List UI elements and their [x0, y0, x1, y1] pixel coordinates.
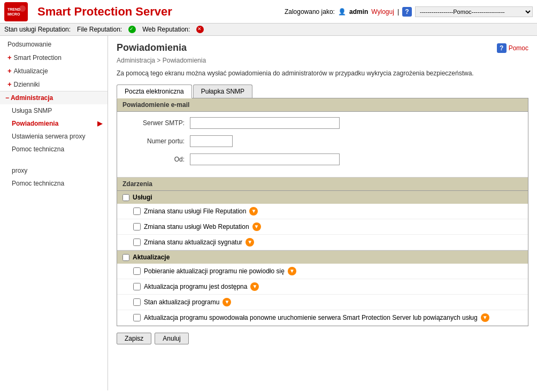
sidebar-section-administracja[interactable]: − Administracja [0, 91, 108, 104]
sidebar-item-label: Smart Protection [14, 54, 62, 62]
sidebar-item-label: Dzienniki [14, 81, 40, 88]
sidebar-item-proxy[interactable]: proxy [0, 164, 108, 177]
event4-info-icon[interactable]: ▼ [288, 267, 296, 275]
sidebar-item-dzienniki[interactable]: + Dzienniki [0, 78, 108, 91]
event7-info-icon[interactable]: ▼ [481, 313, 489, 322]
event4-checkbox[interactable] [133, 267, 141, 275]
aktualizacje-label: Aktualizacje [133, 253, 170, 261]
buttons-row: Zapisz Anuluj [117, 333, 528, 344]
aktualizacje-group-checkbox[interactable] [122, 254, 129, 261]
from-input[interactable] [190, 153, 340, 165]
logout-link[interactable]: Wyloguj [371, 8, 394, 16]
email-section-header: Powiadomienie e-mail [117, 98, 528, 112]
uslugi-label: Usługi [133, 194, 152, 201]
web-rep-label: Web Reputation: [142, 26, 190, 33]
from-row: Od: [126, 153, 519, 165]
logo: TREND MICRO [4, 2, 28, 21]
svg-text:TREND: TREND [7, 7, 20, 11]
page-title-bar: Powiadomienia ? Pomoc [117, 42, 528, 53]
user-icon: 👤 [338, 8, 346, 16]
event2-info-icon[interactable]: ▼ [252, 222, 261, 231]
save-button[interactable]: Zapisz [117, 333, 151, 344]
app-title: Smart Protection Server [37, 5, 172, 19]
sidebar-item-label: Aktualizacje [14, 67, 48, 75]
port-input[interactable] [190, 135, 233, 147]
from-label: Od: [126, 156, 190, 163]
event4-label: Pobieranie aktualizacji programu nie pow… [144, 267, 285, 275]
header: TREND MICRO Smart Protection Server Zalo… [0, 0, 537, 24]
cancel-button[interactable]: Anuluj [155, 333, 188, 344]
event2-row: Zmiana stanu usługi Web Reputation ▼ [117, 219, 528, 235]
plus-icon: + [7, 80, 12, 88]
uslugi-group-checkbox[interactable] [122, 194, 129, 201]
smtp-input[interactable] [190, 117, 340, 129]
event7-label: Aktualizacja programu spowodowała ponown… [144, 314, 478, 321]
sidebar-item-ustawienia-serwera-proxy[interactable]: Ustawienia serwera proxy [0, 130, 108, 143]
event7-row: Aktualizacja programu spowodowała ponown… [117, 310, 528, 326]
event2-checkbox[interactable] [133, 223, 141, 230]
event7-checkbox[interactable] [133, 314, 141, 321]
sidebar-item-usluga-snmp[interactable]: Usługa SNMP [0, 104, 108, 117]
help-q-icon: ? [497, 43, 507, 53]
minus-icon: − [5, 94, 9, 102]
breadcrumb: Administracja > Powiadomienia [117, 57, 528, 64]
sidebar-item-pomoc-techniczna-2[interactable]: Pomoc techniczna [0, 177, 108, 190]
web-rep-status-icon [196, 26, 204, 33]
uslugi-group-header: Usługi [117, 191, 528, 204]
sidebar-section-label: Administracja [11, 94, 53, 102]
status-label: Stan usługi Reputation: [4, 26, 71, 33]
plus-icon: + [7, 53, 12, 62]
help-icon[interactable]: ? [402, 7, 412, 17]
header-right: Zalogowano jako: 👤 admin Wyloguj | ? ---… [285, 6, 533, 17]
form-container: Powiadomienie e-mail Serwer SMTP: Numer … [117, 98, 528, 326]
sidebar-item-pomoc-techniczna-1[interactable]: Pomoc techniczna [0, 143, 108, 156]
tab-email[interactable]: Poczta elektroniczna [117, 84, 192, 98]
svg-point-3 [19, 5, 26, 12]
sidebar-divider [0, 156, 108, 160]
event1-row: Zmiana stanu usługi File Reputation ▼ [117, 204, 528, 219]
sidebar-item-label: Podsumowanie [7, 41, 51, 48]
event4-row: Pobieranie aktualizacji programu nie pow… [117, 264, 528, 279]
sidebar-item-aktualizacje[interactable]: + Aktualizacje [0, 64, 108, 78]
event5-row: Aktualizacja programu jest dostępna ▼ [117, 279, 528, 295]
sidebar-subitem-label: Ustawienia serwera proxy [12, 133, 85, 140]
sidebar-item-powiadomienia[interactable]: Powiadomienia ▶ [0, 117, 108, 130]
page-title: Powiadomienia [117, 42, 187, 53]
tab-snmp[interactable]: Pułapka SNMP [193, 84, 252, 98]
event5-checkbox[interactable] [133, 283, 141, 290]
form-body: Serwer SMTP: Numer portu: Od: [117, 112, 528, 177]
event1-checkbox[interactable] [133, 207, 141, 215]
event5-info-icon[interactable]: ▼ [250, 282, 259, 291]
event3-checkbox[interactable] [133, 239, 141, 246]
event6-checkbox[interactable] [133, 298, 141, 306]
help-link[interactable]: ? Pomoc [497, 43, 528, 53]
event1-label: Zmiana stanu usługi File Reputation [144, 207, 246, 215]
help-link-label: Pomoc [509, 44, 528, 52]
aktualizacje-group-header: Aktualizacje [117, 250, 528, 264]
separator: | [397, 8, 399, 16]
events-section-header: Zdarzenia [117, 178, 528, 191]
event1-info-icon[interactable]: ▼ [249, 207, 258, 216]
sidebar-bottom: proxy Pomoc techniczna [0, 164, 108, 190]
sidebar-subitem-label: Powiadomienia [12, 120, 58, 127]
smtp-label: Serwer SMTP: [126, 119, 190, 127]
sidebar-item-podsumowanie[interactable]: Podsumowanie [0, 38, 108, 51]
username: admin [349, 8, 368, 16]
svg-text:MICRO: MICRO [7, 12, 20, 16]
tabs: Poczta elektroniczna Pułapka SNMP [117, 84, 528, 98]
logged-in-label: Zalogowano jako: [285, 8, 335, 16]
port-label: Numer portu: [126, 137, 190, 145]
logo-icon: TREND MICRO [4, 2, 28, 21]
plus-icon: + [7, 67, 12, 75]
event3-row: Zmiana stanu aktualizacji sygnatur ▼ [117, 235, 528, 250]
sidebar: Podsumowanie + Smart Protection + Aktual… [0, 36, 108, 390]
event6-label: Stan aktualizacji programu [144, 298, 219, 306]
event6-info-icon[interactable]: ▼ [223, 298, 231, 306]
help-dropdown[interactable]: -----------------Pomoc----------------- [415, 6, 533, 17]
event3-label: Zmiana stanu aktualizacji sygnatur [144, 239, 242, 246]
sidebar-item-smart-protection[interactable]: + Smart Protection [0, 51, 108, 64]
event3-info-icon[interactable]: ▼ [246, 238, 254, 247]
content-area: Powiadomienia ? Pomoc Administracja > Po… [108, 36, 537, 390]
sidebar-subitem-label: Usługa SNMP [12, 107, 52, 114]
event2-label: Zmiana stanu usługi Web Reputation [144, 223, 249, 230]
